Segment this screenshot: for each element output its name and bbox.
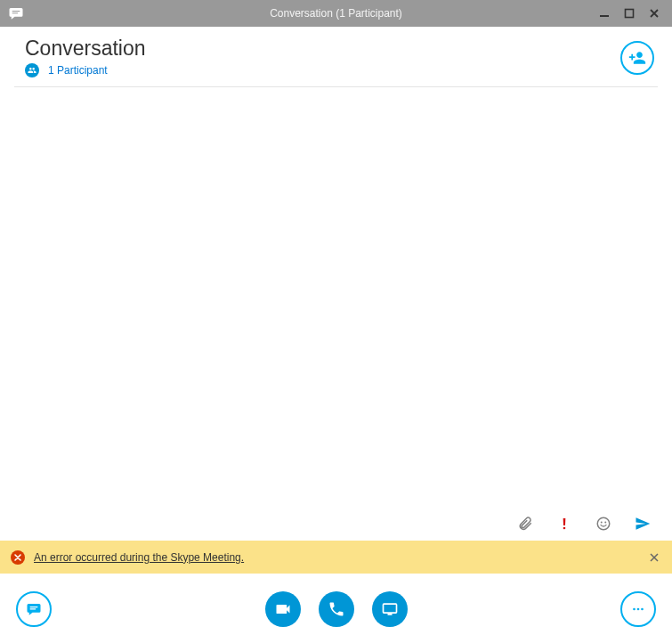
maximize-button[interactable]: [617, 0, 642, 27]
close-button[interactable]: [642, 0, 667, 27]
chat-scrollbar[interactable]: [658, 89, 670, 448]
error-icon: [11, 550, 25, 565]
message-input-area[interactable]: [0, 448, 672, 541]
minimize-button[interactable]: [592, 0, 617, 27]
conversation-header: Conversation 1 Participant: [0, 27, 672, 77]
bottom-toolbar: [0, 574, 672, 643]
audio-call-button[interactable]: [319, 591, 354, 627]
chat-message-area: [0, 89, 672, 448]
svg-point-11: [641, 608, 644, 611]
window-controls: [592, 0, 672, 27]
conversation-title: Conversation: [25, 37, 620, 60]
send-button[interactable]: [633, 514, 652, 533]
add-participant-button[interactable]: [620, 41, 654, 75]
header-divider: [14, 86, 658, 87]
video-call-button[interactable]: [265, 591, 301, 627]
error-banner: An error occurred during the Skype Meeti…: [0, 541, 672, 574]
svg-point-4: [597, 517, 610, 530]
more-options-button[interactable]: [620, 591, 656, 627]
svg-point-9: [633, 608, 636, 611]
participants-icon: [25, 63, 39, 77]
svg-rect-3: [626, 10, 634, 18]
error-message-link[interactable]: An error occurred during the Skype Meeti…: [34, 551, 244, 564]
svg-point-6: [604, 522, 606, 524]
attachment-button[interactable]: [515, 514, 535, 533]
window-title: Conversation (1 Participant): [0, 7, 672, 20]
present-screen-button[interactable]: [372, 591, 408, 627]
svg-rect-0: [12, 11, 20, 12]
importance-button[interactable]: [555, 514, 574, 533]
svg-rect-2: [600, 15, 609, 17]
title-bar: Conversation (1 Participant): [0, 0, 672, 27]
svg-rect-1: [12, 12, 19, 13]
error-close-button[interactable]: [647, 550, 661, 565]
input-toolbar: [515, 514, 652, 533]
participants-row[interactable]: 1 Participant: [25, 63, 620, 77]
emoji-button[interactable]: [594, 514, 613, 533]
svg-point-10: [637, 608, 640, 611]
participants-count: 1 Participant: [48, 64, 108, 77]
app-chat-icon: [5, 3, 27, 24]
svg-point-5: [601, 522, 603, 524]
